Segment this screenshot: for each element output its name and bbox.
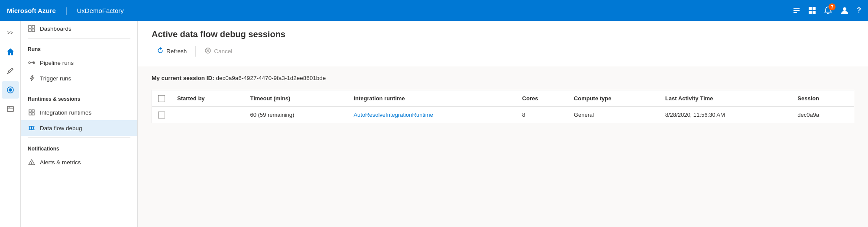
cancel-button[interactable]: Cancel: [199, 45, 237, 58]
col-header-started-by: Started by: [171, 90, 244, 107]
session-id-label: My current session ID:: [152, 75, 214, 81]
col-header-check: [152, 90, 172, 107]
cell-timeout: 60 (59 remaining): [244, 107, 347, 123]
sidebar-divider-runs: [28, 38, 130, 38]
manage-nav-icon[interactable]: [2, 100, 19, 118]
sidebar-header-runtimes: Runtimes & sessions: [21, 90, 137, 105]
toolbar-separator: [195, 46, 196, 57]
sidebar-header-runs: Runs: [21, 40, 137, 55]
cell-session: dec0a9a: [791, 107, 854, 123]
svg-rect-13: [29, 26, 31, 28]
sidebar-item-alerts-metrics[interactable]: Alerts & metrics: [21, 154, 137, 170]
svg-rect-14: [32, 26, 35, 28]
sidebar-header-notifications: Notifications: [21, 140, 137, 154]
refresh-button[interactable]: Refresh: [152, 45, 192, 58]
svg-point-17: [29, 62, 30, 64]
svg-rect-5: [809, 11, 812, 14]
author-nav-icon[interactable]: [2, 62, 19, 80]
col-header-timeout: Timeout (mins): [244, 90, 347, 107]
alerts-metrics-icon: [28, 158, 36, 166]
svg-rect-6: [813, 11, 816, 14]
session-id-value: dec0a9a6-4927-4470-9fa3-1d2ee8601bde: [216, 75, 326, 81]
svg-rect-3: [809, 7, 812, 10]
col-header-compute-type: Compute type: [568, 90, 659, 107]
cell-compute-type: General: [568, 107, 659, 123]
topbar-brand: Microsoft Azure | UxDemoFactory: [7, 6, 124, 15]
integration-runtimes-icon: [28, 109, 36, 116]
grid-icon[interactable]: [808, 6, 816, 14]
svg-rect-10: [7, 106, 13, 112]
refresh-label: Refresh: [166, 48, 187, 54]
svg-rect-16: [32, 29, 35, 32]
trigger-runs-icon: [28, 74, 36, 82]
svg-point-9: [9, 89, 12, 91]
cell-cores: 8: [516, 107, 568, 123]
svg-rect-2: [794, 12, 797, 13]
page-title: Active data flow debug sessions: [152, 29, 854, 39]
topbar-icons: 7 ?: [793, 6, 861, 15]
cell-started-by: [171, 107, 244, 123]
svg-rect-22: [32, 113, 34, 115]
sidebar-label-pipeline-runs: Pipeline runs: [40, 60, 74, 66]
sidebar-label-trigger-runs: Trigger runs: [40, 75, 71, 82]
svg-rect-0: [794, 8, 800, 9]
content-area: Active data flow debug sessions Refresh: [138, 21, 868, 227]
sidebar-item-data-flow-debug[interactable]: Data flow debug: [21, 120, 137, 136]
dashboards-icon: [28, 25, 36, 32]
sidebar-divider-runtimes: [28, 88, 130, 88]
help-icon[interactable]: ?: [857, 6, 861, 14]
sidebar-item-dashboards[interactable]: Dashboards: [21, 21, 137, 36]
table-header-row: Started by Timeout (mins) Integration ru…: [152, 90, 854, 107]
monitor-nav-icon[interactable]: [2, 81, 19, 99]
svg-rect-15: [29, 29, 31, 32]
notification-badge: 7: [829, 3, 836, 10]
cancel-icon: [204, 47, 211, 55]
content-body: My current session ID: dec0a9a6-4927-447…: [138, 66, 868, 227]
svg-rect-21: [29, 113, 31, 115]
sidebar-item-integration-runtimes[interactable]: Integration runtimes: [21, 105, 137, 120]
sidebar-divider-notifications: [28, 137, 130, 138]
home-nav-icon[interactable]: [2, 43, 19, 61]
user-icon[interactable]: [840, 6, 849, 15]
data-flow-debug-icon: [28, 124, 36, 132]
col-header-integration-runtime: Integration runtime: [347, 90, 516, 107]
cell-integration-runtime: AutoResolveIntegrationRuntime: [347, 107, 516, 123]
main-layout: >>: [0, 21, 868, 227]
integration-runtime-link[interactable]: AutoResolveIntegrationRuntime: [353, 112, 433, 118]
portal-menu-icon[interactable]: [793, 6, 800, 14]
factory-name: UxDemoFactory: [77, 7, 123, 14]
col-header-last-activity: Last Activity Time: [659, 90, 791, 107]
sidebar-item-pipeline-runs[interactable]: Pipeline runs: [21, 55, 137, 70]
svg-point-7: [843, 7, 846, 11]
svg-rect-4: [813, 7, 816, 10]
icon-strip: >>: [0, 21, 21, 227]
row-checkbox[interactable]: [158, 112, 165, 118]
expand-button[interactable]: >>: [2, 24, 19, 42]
pipeline-runs-icon: [28, 59, 36, 67]
sidebar: Dashboards Runs Pipeline runs Trigger ru…: [21, 21, 138, 227]
svg-point-26: [31, 163, 32, 164]
session-id-row: My current session ID: dec0a9a6-4927-447…: [152, 75, 854, 81]
brand-name: Microsoft Azure: [7, 7, 56, 14]
topbar-divider: |: [65, 6, 68, 15]
svg-rect-19: [29, 110, 31, 112]
col-header-cores: Cores: [516, 90, 568, 107]
toolbar: Refresh Cancel: [152, 45, 854, 61]
sidebar-label-integration-runtimes: Integration runtimes: [40, 109, 91, 116]
content-header: Active data flow debug sessions Refresh: [138, 21, 868, 66]
table-row: 60 (59 remaining) AutoResolveIntegration…: [152, 107, 854, 123]
cell-last-activity: 8/28/2020, 11:56:30 AM: [659, 107, 791, 123]
header-checkbox[interactable]: [158, 95, 165, 102]
topbar: Microsoft Azure | UxDemoFactory 7: [0, 0, 868, 21]
cancel-label: Cancel: [214, 48, 232, 54]
sidebar-label-data-flow-debug: Data flow debug: [40, 125, 82, 131]
notifications-icon[interactable]: 7: [824, 6, 832, 15]
data-table: Started by Timeout (mins) Integration ru…: [152, 90, 854, 123]
col-header-session: Session: [791, 90, 854, 107]
svg-rect-20: [32, 110, 34, 112]
svg-rect-1: [794, 10, 800, 11]
sidebar-label-dashboards: Dashboards: [40, 26, 71, 32]
refresh-icon: [157, 47, 164, 55]
sidebar-item-trigger-runs[interactable]: Trigger runs: [21, 70, 137, 86]
row-checkbox-cell: [152, 107, 172, 123]
